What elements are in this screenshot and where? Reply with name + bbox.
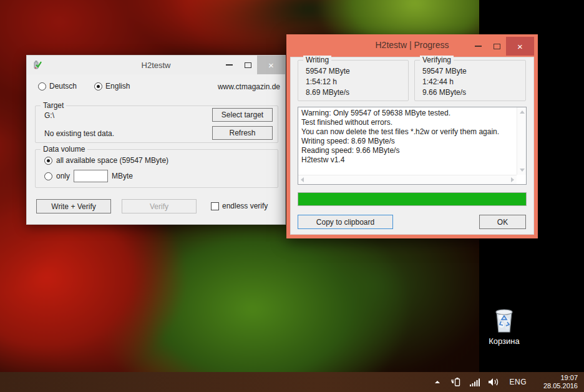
test-data-status: No existing test data. [44, 129, 114, 138]
clock-time: 19:07 [539, 374, 578, 382]
radio-deutsch-label: Deutsch [49, 82, 77, 91]
recycle-bin-icon[interactable] [490, 305, 518, 335]
minimize-icon [226, 64, 233, 66]
clock-date: 28.05.2016 [539, 382, 578, 390]
volume-icon[interactable] [488, 376, 499, 388]
verifying-time: 1:42:44 h [422, 77, 525, 87]
select-target-button[interactable]: Select target [212, 108, 273, 122]
data-volume-group: Data volume all available space (59547 M… [35, 149, 278, 188]
verifying-group-label: Verifying [420, 56, 454, 64]
vertical-scrollbar[interactable] [517, 107, 526, 175]
radio-only-label: only [56, 172, 70, 180]
maximize-icon [494, 44, 500, 49]
radio-all-space[interactable]: all available space (59547 MByte) [44, 156, 168, 165]
scroll-left-icon[interactable] [301, 177, 304, 182]
endless-verify-checkbox[interactable] [211, 202, 219, 210]
log-text: Warning: Only 59547 of 59638 MByte teste… [301, 109, 513, 173]
writing-group-label: Writing [303, 56, 331, 64]
minimize-button[interactable] [220, 56, 238, 74]
usb-check-app-icon [32, 60, 42, 70]
progress-bar [298, 192, 527, 206]
radio-deutsch[interactable]: Deutsch [38, 82, 77, 91]
close-icon: × [268, 60, 274, 71]
recycle-bin-label[interactable]: Корзина [480, 336, 528, 346]
verify-button[interactable]: Verify [122, 199, 197, 213]
scroll-down-icon[interactable] [520, 169, 525, 172]
radio-english-label: English [105, 82, 130, 91]
write-verify-button[interactable]: Write + Verify [36, 199, 111, 213]
mbyte-unit-label: MByte [112, 172, 133, 180]
refresh-button[interactable]: Refresh [212, 126, 273, 140]
log-textarea[interactable]: Warning: Only 59547 of 59638 MByte teste… [298, 107, 527, 185]
progress-window: H2testw | Progress × Writing 59547 MByte… [286, 34, 538, 238]
radio-all-space-circle[interactable] [44, 157, 52, 165]
target-group: Target G:\ Select target No existing tes… [35, 105, 278, 143]
main-window: H2testw × Deutsch English www.ctmagazin.… [26, 55, 286, 225]
maximize-button[interactable] [238, 56, 257, 74]
show-hidden-icons-chevron-icon[interactable] [432, 376, 443, 388]
taskbar: ENG 19:07 28.05.2016 [0, 372, 584, 392]
copy-to-clipboard-button[interactable]: Copy to clipboard [298, 215, 393, 229]
progress-fill [298, 193, 526, 205]
progress-close-button[interactable]: × [506, 37, 534, 56]
horizontal-scrollbar[interactable] [298, 175, 517, 184]
verifying-group: Verifying 59547 MByte 1:42:44 h 9.66 MBy… [414, 60, 526, 101]
maximize-icon [245, 62, 251, 68]
radio-all-space-label: all available space (59547 MByte) [56, 156, 168, 165]
minimize-icon [475, 46, 482, 47]
radio-english[interactable]: English [94, 82, 130, 91]
writing-group: Writing 59547 MByte 1:54:12 h 8.69 MByte… [298, 60, 409, 101]
radio-only[interactable]: only MByte [44, 170, 133, 182]
endless-verify-option[interactable]: endless verify [211, 202, 268, 210]
recycle-bin[interactable]: Корзина [480, 305, 528, 346]
radio-deutsch-circle[interactable] [38, 82, 46, 91]
writing-speed: 8.69 MByte/s [306, 87, 408, 98]
verifying-size: 59547 MByte [422, 66, 525, 77]
ok-button[interactable]: OK [479, 215, 526, 229]
radio-english-circle[interactable] [94, 82, 102, 91]
language-indicator[interactable]: ENG [509, 378, 527, 386]
power-icon[interactable] [450, 376, 462, 388]
desktop: Корзина H2testw × Deutsch [0, 0, 584, 392]
close-button[interactable]: × [257, 56, 285, 74]
writing-time: 1:54:12 h [306, 77, 408, 87]
endless-verify-label: endless verify [222, 202, 268, 210]
progress-maximize-button[interactable] [487, 37, 506, 56]
data-volume-group-label: Data volume [41, 145, 87, 154]
only-mbyte-input[interactable] [74, 170, 108, 182]
writing-size: 59547 MByte [306, 66, 408, 77]
target-drive-path: G:\ [44, 111, 54, 120]
network-signal-icon[interactable] [469, 376, 480, 388]
radio-only-circle[interactable] [44, 172, 52, 180]
main-window-titlebar[interactable]: H2testw × [27, 56, 285, 74]
close-icon: × [517, 41, 523, 52]
target-group-label: Target [41, 101, 66, 110]
scroll-right-icon[interactable] [511, 177, 514, 182]
verifying-speed: 9.66 MByte/s [422, 87, 525, 98]
progress-minimize-button[interactable] [469, 37, 487, 56]
taskbar-clock[interactable]: 19:07 28.05.2016 [539, 374, 578, 390]
scroll-up-icon[interactable] [520, 110, 525, 114]
website-link[interactable]: www.ctmagazin.de [218, 82, 280, 91]
